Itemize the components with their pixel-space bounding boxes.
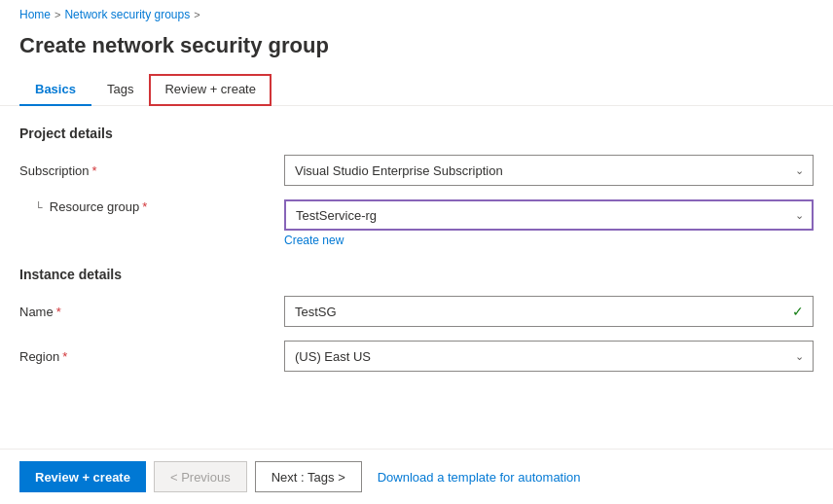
create-new-link[interactable]: Create new (284, 234, 814, 247)
footer: Review + create < Previous Next : Tags >… (0, 449, 833, 504)
tabs-container: Basics Tags Review + create (0, 74, 833, 106)
next-tags-button[interactable]: Next : Tags > (255, 461, 362, 492)
tab-review-create[interactable]: Review + create (149, 74, 272, 106)
name-required: * (56, 305, 61, 319)
name-select-wrapper: TestSG ✓ (284, 296, 814, 327)
subscription-select[interactable]: Visual Studio Enterprise Subscription (284, 155, 814, 186)
resource-group-label: Resource group (50, 199, 140, 214)
region-required: * (62, 349, 67, 364)
subscription-label: Subscription * (19, 163, 272, 178)
resource-group-required: * (142, 199, 147, 214)
region-select-wrapper: (US) East US ⌄ (284, 341, 814, 372)
subscription-select-wrapper: Visual Studio Enterprise Subscription ⌄ (284, 155, 814, 186)
project-details-title: Project details (19, 126, 814, 141)
breadcrumb: Home > Network security groups > (0, 0, 833, 29)
name-select[interactable]: TestSG (284, 296, 814, 327)
resource-group-select[interactable]: TestService-rg (284, 199, 814, 231)
download-template-link[interactable]: Download a template for automation (378, 470, 581, 485)
name-label: Name * (19, 305, 272, 319)
region-row: Region * (US) East US ⌄ (19, 341, 814, 372)
instance-details-title: Instance details (19, 267, 814, 282)
subscription-required: * (92, 163, 97, 178)
subscription-row: Subscription * Visual Studio Enterprise … (19, 155, 814, 186)
resource-group-row: └ Resource group * TestService-rg ⌄ Crea… (19, 199, 814, 247)
name-row: Name * TestSG ✓ (19, 296, 814, 327)
breadcrumb-network-security-groups[interactable]: Network security groups (64, 8, 190, 21)
breadcrumb-home[interactable]: Home (19, 8, 51, 21)
instance-details-section: Instance details Name * TestSG ✓ Region … (19, 267, 814, 372)
region-label: Region * (19, 349, 272, 364)
page-title: Create network security group (0, 29, 833, 74)
tab-tags[interactable]: Tags (91, 74, 149, 106)
resource-group-select-wrapper: TestService-rg ⌄ (284, 199, 814, 231)
tab-basics[interactable]: Basics (19, 74, 91, 106)
form-container: Project details Subscription * Visual St… (0, 106, 833, 405)
breadcrumb-sep1: > (54, 9, 60, 20)
previous-button[interactable]: < Previous (154, 461, 247, 492)
review-create-button[interactable]: Review + create (19, 461, 146, 492)
breadcrumb-sep2: > (194, 9, 199, 20)
region-select[interactable]: (US) East US (284, 341, 814, 372)
